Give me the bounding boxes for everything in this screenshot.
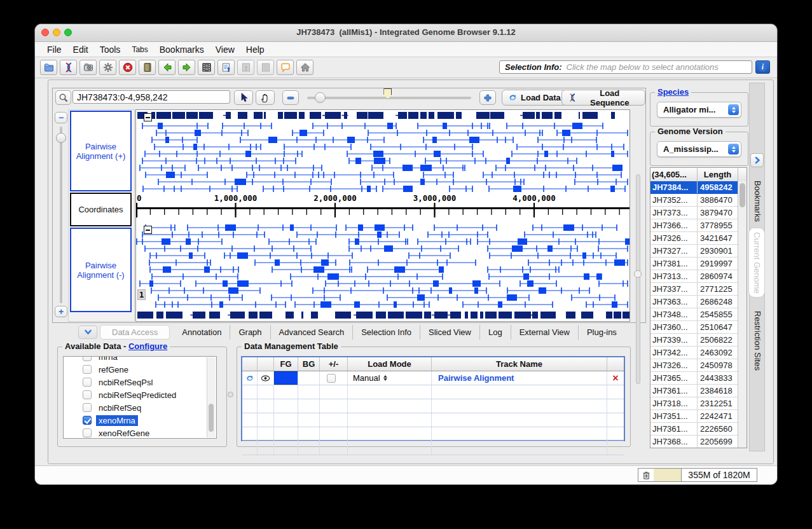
dataset-item-ncbiRefSeq[interactable]: ncbiRefSeq <box>64 401 216 414</box>
dataset-checkbox[interactable] <box>83 390 92 399</box>
column-header-fg[interactable]: FG <box>274 357 298 371</box>
scrollbar-thumb[interactable] <box>740 183 745 207</box>
toolbar-dna-button[interactable] <box>60 60 77 75</box>
track-label-pairwise-plus[interactable]: Pairwise Alignment (+) <box>70 111 132 191</box>
load-data-button[interactable]: Load Data <box>502 90 567 106</box>
species-dropdown[interactable]: Alligator mi... <box>657 102 741 118</box>
garbage-collect-button[interactable] <box>638 470 654 480</box>
toolbar-stop-button[interactable] <box>119 60 136 75</box>
menu-tools[interactable]: Tools <box>94 43 127 56</box>
toolbar-preferences-gear-button[interactable] <box>99 60 116 75</box>
sequence-row[interactable]: JH7360...2510647 <box>650 321 738 334</box>
tab-plug-ins[interactable]: Plug-ins <box>579 325 625 340</box>
side-tab-current-genome[interactable]: Current Genome <box>748 228 765 298</box>
sequence-row[interactable]: JH7348...2545855 <box>650 308 738 321</box>
alignment-canvas[interactable]: 01,000,0002,000,0003,000,0004,000,000 1 <box>135 109 630 322</box>
sequence-row[interactable]: JH7326...3421647 <box>650 232 738 245</box>
fg-color-cell[interactable] <box>274 371 298 385</box>
toolbar-comment-bubble-button[interactable] <box>277 60 294 75</box>
select-tool-button[interactable] <box>234 90 253 105</box>
search-button[interactable] <box>55 90 71 105</box>
configure-link[interactable]: Configure <box>128 341 167 351</box>
sequence-row[interactable]: JH7313...2860974 <box>650 270 738 283</box>
collapse-minus-track-icon[interactable] <box>144 226 152 234</box>
zoom-in-button[interactable] <box>479 90 496 105</box>
column-header-blank[interactable] <box>258 357 274 371</box>
strand-checkbox[interactable] <box>327 374 336 383</box>
toolbar-camera-button[interactable] <box>79 60 97 75</box>
dataset-item-mrna[interactable]: mrna <box>64 356 216 363</box>
genome-version-dropdown[interactable]: A_mississip... <box>657 141 741 157</box>
zoom-slider-thumb[interactable] <box>315 92 326 103</box>
column-header-track-name[interactable]: Track Name <box>432 357 607 371</box>
side-tab-bookmarks[interactable]: Bookmarks <box>750 177 765 226</box>
menu-tabs[interactable]: Tabs <box>126 44 153 55</box>
info-button[interactable]: i <box>755 60 770 74</box>
sequence-row[interactable]: JH7361...2226560 <box>650 423 738 436</box>
canvas-scrollbar[interactable] <box>636 174 640 384</box>
column-header-load-mode[interactable]: Load Mode <box>348 357 432 371</box>
toolbar-back-arrow-button[interactable] <box>158 60 175 75</box>
pan-tool-button[interactable] <box>256 90 275 105</box>
column-header-blank[interactable] <box>242 357 258 371</box>
canvas-scrollbar-thumb[interactable] <box>634 270 642 278</box>
menu-file[interactable]: File <box>41 43 67 56</box>
tab-annotation[interactable]: Annotation <box>174 325 230 340</box>
sequence-row[interactable]: JH7327...2930901 <box>650 245 738 258</box>
dataset-item-xenoMrna[interactable]: xenoMrna <box>64 414 216 427</box>
sequence-row[interactable]: JH7351...2242471 <box>650 410 738 423</box>
sequence-row[interactable]: JH7326...2450978 <box>650 359 738 372</box>
track-visibility-toggle[interactable] <box>258 371 274 385</box>
sequence-row[interactable]: JH7337...2771225 <box>650 283 738 296</box>
tab-data-access[interactable]: Data Access <box>100 325 170 340</box>
tab-selection-info[interactable]: Selection Info <box>353 325 420 340</box>
range-input[interactable] <box>72 90 230 104</box>
toolbar-home-button[interactable] <box>296 60 313 75</box>
sequence-row[interactable]: JH7361...2384618 <box>650 385 738 397</box>
tab-sliced-view[interactable]: Sliced View <box>420 325 480 340</box>
collapse-plus-track-icon[interactable] <box>144 113 152 121</box>
column-header-blank[interactable] <box>607 357 624 371</box>
toolbar-open-file-button[interactable] <box>40 60 57 75</box>
sequence-row[interactable]: JH7352...3886470 <box>650 194 738 207</box>
dataset-item-refGene[interactable]: refGene <box>64 363 216 376</box>
sequence-row[interactable]: JH7363...2686248 <box>650 296 738 308</box>
sequence-row[interactable]: JH7373...3879470 <box>650 207 738 219</box>
toolbar-forward-arrow-button[interactable] <box>178 60 195 75</box>
toolbar-bookmark-book-button[interactable] <box>139 60 156 75</box>
dataset-checkbox[interactable] <box>83 429 92 437</box>
vertical-zoom-thumb[interactable] <box>56 133 66 143</box>
available-data-scrollbar[interactable] <box>207 357 216 437</box>
track-label-coordinates[interactable]: Coordinates <box>70 193 132 226</box>
tab-log[interactable]: Log <box>480 325 511 340</box>
vertical-zoom-in-button[interactable]: + <box>55 306 67 317</box>
sequence-table-scrollbar[interactable] <box>738 181 747 448</box>
vertical-zoom-out-button[interactable]: − <box>55 112 67 123</box>
menu-help[interactable]: Help <box>240 43 270 56</box>
load-mode-cell[interactable]: Manual <box>348 371 432 385</box>
seq-length-header[interactable]: Length <box>698 168 738 181</box>
menu-view[interactable]: View <box>210 43 240 56</box>
tab-external-view[interactable]: External View <box>511 325 579 340</box>
bg-color-cell[interactable] <box>298 371 320 385</box>
collapse-bottom-panel-button[interactable] <box>78 326 97 339</box>
sequence-row[interactable]: JH7365...2443833 <box>650 372 738 385</box>
load-sequence-button[interactable]: Load Sequence <box>561 90 645 106</box>
fg-color-swatch[interactable] <box>274 371 298 385</box>
dataset-checkbox[interactable] <box>83 403 92 412</box>
seq-name-header[interactable]: (34,605... <box>650 168 698 181</box>
track-name-cell[interactable]: Pairwise Alignment <box>432 371 607 385</box>
dataset-checkbox[interactable] <box>83 365 92 374</box>
sequence-row[interactable]: JH7368...2205699 <box>650 436 738 448</box>
sequence-row[interactable]: JH7381...2919997 <box>650 258 738 270</box>
dataset-checkbox[interactable] <box>83 416 92 425</box>
tab-advanced-search[interactable]: Advanced Search <box>271 325 354 340</box>
column-header-bg[interactable]: BG <box>298 357 320 371</box>
sequence-row[interactable]: JH7384...4958242 <box>650 181 738 194</box>
toolbar-film-button[interactable] <box>198 60 215 75</box>
menu-bookmarks[interactable]: Bookmarks <box>154 43 210 56</box>
dataset-checkbox[interactable] <box>83 356 92 361</box>
refresh-track-button[interactable] <box>242 371 258 385</box>
splitter-handle[interactable] <box>228 392 233 397</box>
dataset-item-ncbiRefSeqPredicted[interactable]: ncbiRefSeqPredicted <box>64 388 216 401</box>
